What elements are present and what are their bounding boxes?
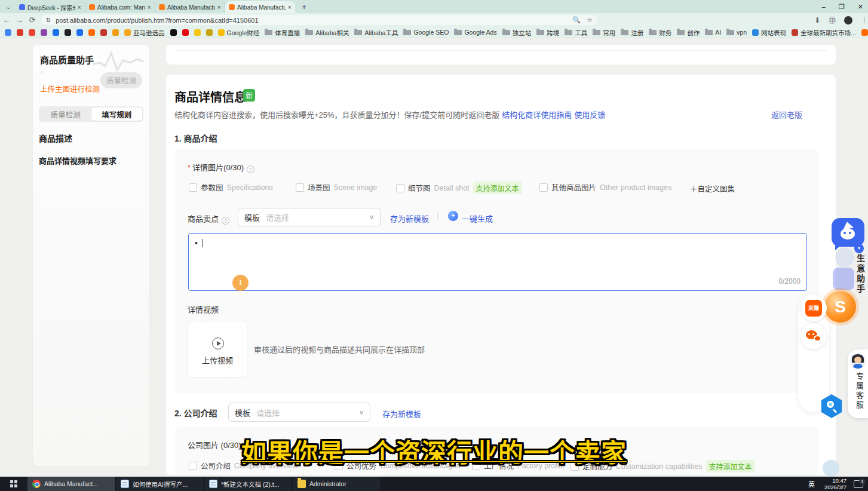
usage-guide-link[interactable]: 结构化商详使用指南 [502, 111, 572, 119]
browser-tab[interactable]: Alibaba Manufacturer Direct... [225, 1, 295, 13]
bookmark-item[interactable] [182, 29, 189, 36]
tray-icon[interactable] [688, 480, 695, 487]
window-close-button[interactable]: ✕ [858, 3, 863, 11]
upload-main-image-link[interactable]: 上传主图进行检测 [40, 83, 100, 94]
bookmark-item[interactable]: 体育直播 [265, 28, 300, 37]
extension-icon[interactable] [679, 17, 686, 24]
checkbox[interactable] [396, 184, 404, 192]
tray-icon[interactable] [752, 480, 759, 487]
promo-badge-icon[interactable]: 来赚 [800, 295, 827, 321]
bookmark-item[interactable]: 工具 [565, 28, 587, 37]
assistant-chat-bubble[interactable] [832, 218, 864, 247]
extension-icon[interactable] [724, 17, 731, 24]
ai-generate-icon[interactable] [448, 211, 458, 221]
extension-icon[interactable] [649, 17, 657, 24]
sidebar-tab[interactable]: 质量检测 [40, 108, 91, 121]
bookmark-item[interactable] [5, 29, 11, 36]
bookmark-item[interactable] [112, 29, 119, 36]
bookmark-item[interactable] [41, 29, 47, 36]
bookmark-item[interactable]: 全球最新期货市场... [792, 28, 856, 37]
bookmark-item[interactable]: 财务 [649, 28, 671, 37]
profile-avatar[interactable] [844, 16, 852, 24]
feedback-link[interactable]: 使用反馈 [574, 111, 605, 119]
tray-icon[interactable] [741, 480, 749, 487]
extension-icon[interactable] [605, 17, 612, 24]
window-restore-button[interactable]: ❐ [839, 3, 845, 11]
bookmark-item[interactable] [65, 29, 71, 36]
stamp-icon[interactable]: ㊞ [829, 15, 836, 25]
extension-icon[interactable] [784, 17, 791, 24]
collapse-arrow-icon[interactable] [854, 244, 864, 253]
url-input[interactable] [54, 16, 572, 24]
bookmark-star-icon[interactable]: ☆ [587, 16, 593, 24]
taskbar-task[interactable]: Alibaba Manufact... [27, 477, 115, 491]
bookmark-item[interactable]: 独立站 [502, 28, 532, 37]
clock[interactable]: 10:47 2026/3/7 [824, 477, 846, 491]
notification-center-icon[interactable]: 1 [854, 480, 863, 488]
tab-close-icon[interactable] [148, 4, 151, 11]
language-indicator[interactable]: 英 [808, 479, 815, 489]
bookmark-item[interactable] [100, 29, 107, 36]
save-company-template-link[interactable]: 存为新模板 [382, 408, 421, 419]
forward-button[interactable]: → [13, 16, 26, 24]
menu-dots-icon[interactable]: ⋮ [861, 16, 868, 24]
bookmark-item[interactable]: Google SEO [403, 29, 449, 36]
bookmark-item[interactable] [206, 29, 213, 36]
bookmark-item[interactable] [194, 29, 201, 36]
start-button[interactable] [0, 477, 27, 491]
browser-tab[interactable]: DeepSeek - 探索未至之境 [16, 1, 85, 13]
browser-tab[interactable]: Alibaba.com: Manufacturers... [85, 1, 155, 13]
browser-tab[interactable]: Alibaba Manufacturer Direct... [155, 1, 225, 13]
company-template-select[interactable]: 模板 请选择 [228, 403, 370, 422]
extension-icon[interactable] [664, 17, 671, 24]
skype-badge-icon[interactable]: S [824, 291, 856, 323]
extension-icon[interactable] [739, 17, 746, 24]
new-tab-button[interactable]: + [299, 1, 309, 12]
tab-close-icon[interactable] [288, 4, 292, 11]
bookmark-item[interactable] [29, 29, 35, 36]
tray-icon[interactable] [774, 480, 781, 487]
back-button[interactable]: ← [0, 16, 13, 24]
tab-search-icon[interactable]: ⌄ [4, 2, 13, 11]
upload-video-box[interactable]: 上传视频 [188, 321, 247, 378]
save-template-link[interactable]: 存为新模板 [390, 213, 429, 224]
tray-icon[interactable] [709, 480, 716, 487]
bookmark-item[interactable]: 网站表现 [752, 28, 786, 37]
extension-icon[interactable] [769, 17, 776, 24]
bookmark-item[interactable]: 常用 [593, 28, 615, 37]
help-icon[interactable] [222, 217, 229, 225]
checkbox[interactable] [539, 183, 548, 192]
bookmark-item[interactable]: vpn [726, 29, 747, 36]
bookmark-item[interactable] [17, 29, 23, 36]
one-click-generate-link[interactable]: 一键生成 [462, 213, 493, 224]
image-type-option[interactable]: 细节图 Detail shot 支持添加文本 [396, 182, 522, 194]
tray-icon[interactable] [666, 480, 673, 487]
inspection-tool-icon[interactable] [820, 394, 844, 418]
extension-icon[interactable] [799, 17, 806, 24]
bookmark-item[interactable]: 改国家 [861, 28, 868, 37]
wechat-icon[interactable] [800, 323, 827, 349]
bookmark-item[interactable]: Google Ads [454, 29, 496, 36]
tray-icon[interactable] [731, 480, 738, 487]
checkbox[interactable] [189, 183, 197, 192]
bookmark-item[interactable] [170, 29, 177, 36]
zoom-icon[interactable]: 🔍 [572, 16, 581, 24]
tray-icon[interactable] [720, 480, 727, 487]
extension-icon[interactable] [634, 17, 642, 24]
tab-close-icon[interactable] [78, 4, 81, 11]
bookmark-item[interactable] [76, 29, 83, 36]
checkbox[interactable] [296, 183, 304, 192]
custom-gallery-button[interactable]: ＋自定义图集 [690, 183, 735, 194]
taskbar-task[interactable]: 如何使用AI撰写产... [116, 477, 203, 491]
tray-icon[interactable] [795, 480, 802, 487]
bookmark-item[interactable]: 亚马逊选品 [124, 28, 165, 37]
sidebar-tab[interactable]: 填写规则 [91, 108, 143, 121]
address-bar[interactable]: ⇅ 🔍 ☆ [41, 15, 597, 25]
back-to-old-version-link[interactable]: 返回老版 [771, 109, 802, 120]
bookmark-item[interactable]: Google财经 [218, 28, 260, 37]
tray-icon[interactable] [763, 480, 770, 487]
site-info-icon[interactable]: ⇅ [46, 17, 51, 23]
extension-icon[interactable] [709, 17, 716, 24]
bookmark-item[interactable] [53, 29, 59, 36]
help-icon[interactable] [247, 165, 254, 173]
